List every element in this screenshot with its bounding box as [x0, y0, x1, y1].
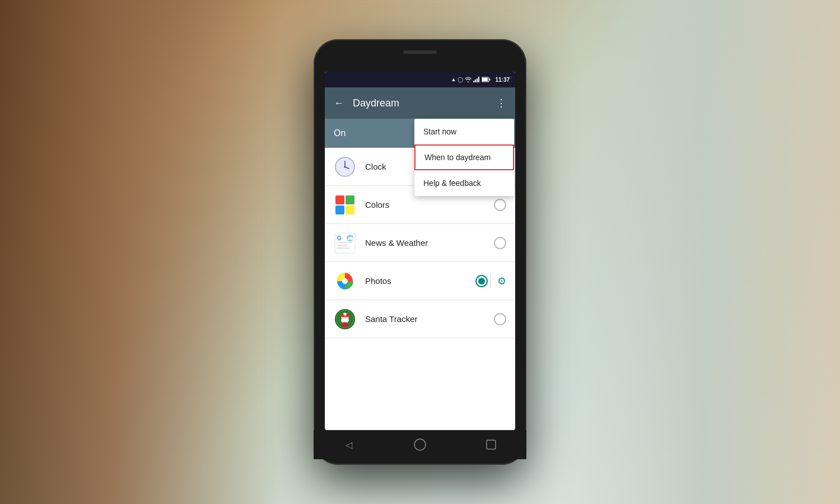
svg-point-31	[414, 439, 426, 450]
back-button[interactable]: ←	[334, 97, 344, 109]
svg-rect-3	[478, 77, 479, 82]
home-nav-button[interactable]	[409, 433, 431, 456]
svg-rect-0	[473, 81, 474, 82]
news-weather-radio[interactable]	[494, 237, 506, 249]
when-to-daydream-item[interactable]: When to daydream	[414, 144, 514, 170]
status-icons: ▲ ◯	[451, 77, 491, 82]
dropdown-menu: Start now When to daydream Help & feedba…	[414, 119, 514, 196]
svg-rect-17	[337, 242, 352, 243]
svg-point-21	[342, 278, 348, 284]
santa-tracker-label: Santa Tracker	[365, 314, 494, 324]
battery-icon	[482, 77, 491, 82]
start-now-item[interactable]: Start now	[414, 119, 514, 144]
help-feedback-item[interactable]: Help & feedback	[414, 170, 514, 196]
news-weather-app-icon: G	[334, 232, 356, 254]
svg-rect-19	[337, 248, 350, 249]
signal-icon	[473, 77, 480, 82]
colors-label: Colors	[365, 200, 494, 209]
photos-app-icon	[334, 270, 356, 292]
clock-app-icon	[334, 156, 356, 178]
svg-point-28	[344, 312, 347, 315]
svg-text:G: G	[337, 235, 342, 241]
on-label: On	[334, 128, 346, 138]
phone: ▲ ◯	[314, 39, 526, 465]
photos-radio[interactable]	[475, 275, 488, 287]
svg-point-10	[344, 166, 346, 168]
speaker-grille	[403, 50, 437, 54]
app-bar-title: Daydream	[353, 97, 487, 109]
santa-tracker-app-icon	[334, 308, 356, 330]
svg-rect-2	[477, 78, 478, 82]
list-item-santa-tracker[interactable]: Santa Tracker	[325, 300, 515, 338]
app-bar: ← Daydream ⋮	[325, 87, 515, 119]
svg-rect-1	[475, 80, 476, 82]
bluetooth-icon: ▲	[451, 77, 456, 82]
phone-screen: ▲ ◯	[325, 72, 515, 430]
bg-right	[560, 0, 840, 504]
photos-divider	[490, 274, 491, 288]
santa-tracker-radio[interactable]	[494, 313, 506, 325]
bottom-nav: ◁	[314, 430, 526, 459]
photos-label: Photos	[365, 276, 475, 286]
phone-container: ▲ ◯	[314, 39, 526, 465]
more-options-button[interactable]: ⋮	[496, 97, 506, 109]
colors-app-icon	[334, 194, 356, 216]
wifi-icon	[465, 77, 472, 82]
colors-radio[interactable]	[494, 199, 506, 211]
back-nav-button[interactable]: ◁	[338, 433, 360, 456]
svg-rect-12	[346, 195, 354, 204]
svg-rect-11	[335, 195, 344, 204]
status-bar: ▲ ◯	[325, 72, 515, 87]
recents-nav-button[interactable]	[480, 433, 502, 456]
list-item-news-weather[interactable]: G News & Weather	[325, 224, 515, 262]
svg-rect-29	[342, 323, 348, 327]
svg-rect-14	[346, 206, 354, 214]
bg-left	[0, 0, 280, 504]
svg-rect-32	[487, 440, 496, 449]
svg-rect-18	[337, 245, 348, 246]
svg-rect-13	[335, 206, 344, 214]
list-item-photos[interactable]: Photos ⚙	[325, 262, 515, 300]
status-time: 11:37	[495, 77, 510, 83]
news-weather-label: News & Weather	[365, 238, 494, 248]
svg-rect-5	[489, 79, 491, 81]
svg-rect-6	[482, 78, 488, 81]
photos-settings-button[interactable]: ⚙	[497, 275, 506, 287]
svg-rect-30	[343, 321, 347, 323]
display-icon: ◯	[458, 77, 463, 82]
